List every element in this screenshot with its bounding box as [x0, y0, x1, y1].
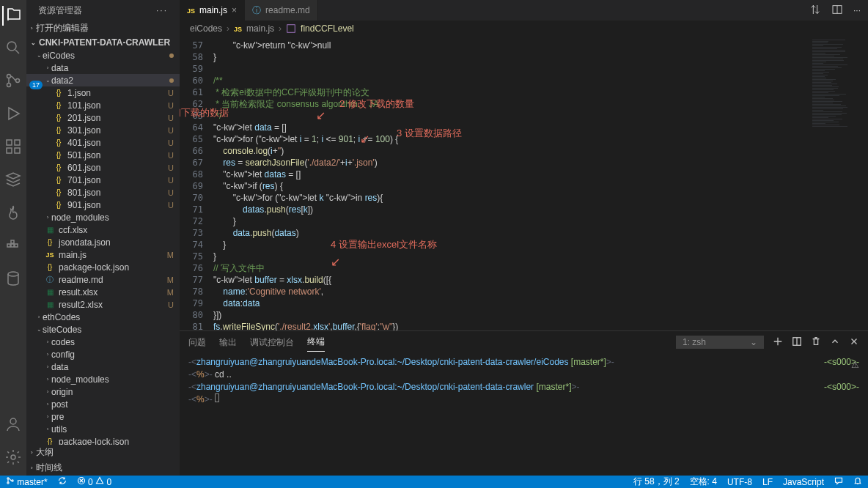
sidebar-more-icon[interactable]: ··· — [156, 5, 168, 15]
file-json[interactable]: 501.jsonU — [26, 149, 180, 161]
sync-icon[interactable] — [58, 476, 67, 487]
file-result[interactable]: result.xlsxM — [26, 286, 180, 298]
panel-tab-problems[interactable]: 问题 — [188, 333, 206, 352]
file-xlsx[interactable]: ccf.xlsx — [26, 223, 180, 236]
close-panel-icon[interactable] — [849, 336, 859, 349]
folder-sub[interactable]: ›utils — [26, 423, 180, 435]
folder-sub[interactable]: ›post — [26, 398, 180, 410]
open-editors-section[interactable]: ›打开的编辑器 — [26, 21, 180, 36]
file-json[interactable]: 801.jsonU — [26, 186, 180, 199]
terminal-selector[interactable]: 1: zsh⌄ — [676, 336, 764, 349]
file-json[interactable]: 301.jsonU — [26, 124, 180, 136]
svg-point-20 — [12, 480, 13, 481]
file-label: package-lock.json — [59, 437, 174, 446]
account-icon[interactable] — [4, 415, 22, 435]
close-icon[interactable]: × — [232, 5, 237, 15]
folder-sub[interactable]: ›codes — [26, 336, 180, 348]
svg-rect-11 — [11, 240, 14, 243]
folder-sub[interactable]: ›data — [26, 361, 180, 373]
trash-icon[interactable] — [811, 336, 821, 349]
file-json[interactable]: 901.jsonU — [26, 199, 180, 211]
panel-tab-output[interactable]: 输出 — [219, 333, 237, 352]
file-label: 701.json — [67, 175, 168, 185]
new-terminal-icon[interactable] — [773, 336, 783, 349]
folder-node-modules[interactable]: ›node_modules — [26, 211, 180, 223]
panel-tab-debug[interactable]: 调试控制台 — [250, 333, 294, 352]
file-pkglock[interactable]: package-lock.json — [26, 435, 180, 445]
database-icon[interactable] — [4, 270, 22, 289]
tab-mainjs[interactable]: main.js× — [180, 0, 245, 21]
file-label: 301.json — [67, 125, 168, 136]
panel-tab-terminal[interactable]: 终端 — [307, 333, 325, 352]
file-mainjs[interactable]: main.jsM — [26, 248, 180, 261]
folder-label: pre — [51, 412, 174, 422]
split-terminal-icon[interactable] — [792, 336, 802, 349]
run-debug-icon[interactable] — [4, 105, 22, 125]
gear-icon[interactable] — [4, 448, 22, 468]
file-json[interactable]: jsondata.json — [26, 236, 180, 248]
indent-status[interactable]: 空格: 4 — [690, 476, 717, 488]
json-icon — [44, 436, 56, 446]
term-s000: s000 — [832, 357, 851, 367]
folder-sub[interactable]: ›config — [26, 348, 180, 361]
stack-icon[interactable] — [4, 171, 22, 191]
project-label: CNKI-PATENT-DATA-CRAWLER — [39, 37, 170, 48]
folder-label: codes — [51, 337, 174, 347]
git-status: M — [167, 276, 174, 284]
timeline-section[interactable]: ›时间线 — [26, 460, 180, 476]
compare-icon[interactable] — [809, 4, 821, 18]
docker-icon[interactable] — [4, 237, 22, 256]
breadcrumb[interactable]: eiCodes› main.js› findCCFLevel — [180, 21, 868, 37]
branch-status[interactable]: master* — [6, 476, 48, 487]
arrow-icon: ↙ — [316, 110, 326, 122]
file-json[interactable]: 1.jsonU — [26, 86, 180, 99]
tab-readme[interactable]: readme.md — [245, 0, 318, 21]
json-icon — [53, 187, 65, 199]
errors-status[interactable]: 0 0 — [77, 476, 111, 487]
file-json[interactable]: 201.jsonU — [26, 111, 180, 124]
bell-icon[interactable] — [853, 476, 862, 487]
folder-data2[interactable]: ⌄data2 — [26, 74, 180, 86]
file-readme[interactable]: readme.mdM — [26, 273, 180, 286]
folder-ethcodes[interactable]: ›ethCodes — [26, 311, 180, 323]
git-status: U — [168, 176, 174, 185]
extensions-icon[interactable] — [4, 138, 22, 158]
cursor-pos[interactable]: 行 58，列 2 — [633, 476, 680, 488]
file-json[interactable]: 101.jsonU — [26, 99, 180, 111]
search-icon[interactable] — [4, 39, 22, 59]
folder-sub[interactable]: ›origin — [26, 385, 180, 398]
file-pkglock[interactable]: package-lock.json — [26, 261, 180, 273]
minimap[interactable] — [809, 37, 868, 330]
terminal[interactable]: -<zhangruiyuan@zhangruiyuandeMacBook-Pro… — [180, 353, 868, 476]
fire-icon[interactable] — [4, 204, 22, 223]
git-status: M — [167, 288, 174, 297]
file-json[interactable]: 401.jsonU — [26, 136, 180, 149]
outline-section[interactable]: ›大纲 — [26, 445, 180, 460]
code-editor[interactable]: "c-kw">return "c-kw">null} /** * 检索ei数据中… — [213, 37, 809, 330]
more-icon[interactable]: ··· — [853, 5, 861, 15]
file-label: ccf.xlsx — [59, 225, 174, 235]
file-result2[interactable]: result2.xlsxU — [26, 298, 180, 311]
svg-rect-4 — [7, 140, 12, 145]
folder-sub[interactable]: ›node_modules — [26, 373, 180, 385]
file-json[interactable]: 701.jsonU — [26, 174, 180, 186]
folder-data[interactable]: ›data — [26, 62, 180, 74]
file-json[interactable]: 601.jsonU — [26, 161, 180, 174]
folder-sitecodes[interactable]: ⌄siteCodes — [26, 323, 180, 336]
project-section[interactable]: ⌄CNKI-PATENT-DATA-CRAWLER — [26, 36, 180, 49]
explorer-icon[interactable] — [2, 6, 23, 26]
outline-label: 大纲 — [36, 446, 54, 459]
chevron-up-icon[interactable] — [830, 336, 840, 349]
git-status: U — [168, 114, 174, 122]
encoding-status[interactable]: UTF-8 — [727, 477, 752, 487]
json-icon — [44, 262, 56, 273]
eol-status[interactable]: LF — [762, 477, 773, 487]
json-icon — [44, 237, 56, 248]
feedback-icon[interactable] — [834, 476, 843, 487]
warning-icon[interactable]: ⚠ — [851, 360, 859, 370]
folder-eicodes[interactable]: ⌄eiCodes — [26, 49, 180, 62]
language-status[interactable]: JavaScript — [783, 477, 824, 487]
source-control-icon[interactable]: 17 — [4, 72, 22, 92]
split-editor-icon[interactable] — [831, 4, 843, 18]
folder-sub[interactable]: ›pre — [26, 410, 180, 423]
